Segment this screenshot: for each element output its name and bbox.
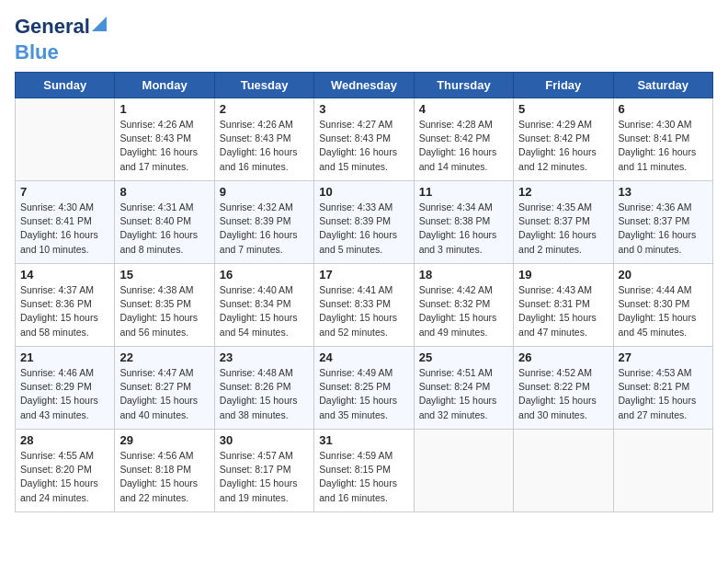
day-info: Sunrise: 4:55 AM Sunset: 8:20 PM Dayligh… [20, 449, 109, 505]
day-cell: 6Sunrise: 4:30 AM Sunset: 8:41 PM Daylig… [613, 98, 712, 181]
day-cell: 18Sunrise: 4:42 AM Sunset: 8:32 PM Dayli… [414, 264, 513, 347]
col-header-tuesday: Tuesday [214, 73, 313, 98]
day-number: 13 [619, 185, 708, 199]
logo-general: General [15, 15, 90, 38]
day-info: Sunrise: 4:27 AM Sunset: 8:43 PM Dayligh… [319, 118, 408, 174]
day-info: Sunrise: 4:38 AM Sunset: 8:35 PM Dayligh… [119, 283, 209, 339]
week-row-3: 14Sunrise: 4:37 AM Sunset: 8:36 PM Dayli… [16, 264, 713, 347]
logo: General Blue [15, 15, 90, 64]
day-cell: 4Sunrise: 4:28 AM Sunset: 8:42 PM Daylig… [414, 98, 513, 181]
day-cell: 24Sunrise: 4:49 AM Sunset: 8:25 PM Dayli… [314, 347, 414, 430]
day-number: 6 [619, 102, 708, 116]
day-cell: 7Sunrise: 4:30 AM Sunset: 8:41 PM Daylig… [16, 181, 115, 264]
day-info: Sunrise: 4:47 AM Sunset: 8:27 PM Dayligh… [119, 366, 209, 422]
day-cell: 20Sunrise: 4:44 AM Sunset: 8:30 PM Dayli… [613, 264, 712, 347]
day-cell: 1Sunrise: 4:26 AM Sunset: 8:43 PM Daylig… [115, 98, 214, 181]
day-cell: 15Sunrise: 4:38 AM Sunset: 8:35 PM Dayli… [115, 264, 214, 347]
day-info: Sunrise: 4:49 AM Sunset: 8:25 PM Dayligh… [319, 366, 408, 422]
day-number: 14 [20, 268, 109, 282]
day-info: Sunrise: 4:40 AM Sunset: 8:34 PM Dayligh… [220, 283, 309, 339]
day-number: 12 [518, 185, 608, 199]
day-info: Sunrise: 4:32 AM Sunset: 8:39 PM Dayligh… [220, 201, 309, 257]
header: General Blue [15, 15, 713, 64]
day-cell: 11Sunrise: 4:34 AM Sunset: 8:38 PM Dayli… [414, 181, 513, 264]
day-number: 15 [119, 268, 209, 282]
day-cell: 3Sunrise: 4:27 AM Sunset: 8:43 PM Daylig… [314, 98, 414, 181]
day-number: 31 [319, 433, 408, 447]
day-info: Sunrise: 4:26 AM Sunset: 8:43 PM Dayligh… [220, 118, 309, 174]
day-info: Sunrise: 4:44 AM Sunset: 8:30 PM Dayligh… [619, 283, 708, 339]
day-cell: 9Sunrise: 4:32 AM Sunset: 8:39 PM Daylig… [214, 181, 313, 264]
day-info: Sunrise: 4:48 AM Sunset: 8:26 PM Dayligh… [220, 366, 309, 422]
week-row-1: 1Sunrise: 4:26 AM Sunset: 8:43 PM Daylig… [16, 98, 713, 181]
day-info: Sunrise: 4:37 AM Sunset: 8:36 PM Dayligh… [20, 283, 109, 339]
day-info: Sunrise: 4:52 AM Sunset: 8:22 PM Dayligh… [518, 366, 608, 422]
day-number: 24 [319, 350, 408, 364]
day-cell: 17Sunrise: 4:41 AM Sunset: 8:33 PM Dayli… [314, 264, 414, 347]
day-number: 27 [619, 350, 708, 364]
day-cell: 5Sunrise: 4:29 AM Sunset: 8:42 PM Daylig… [514, 98, 613, 181]
day-number: 28 [20, 433, 109, 447]
day-info: Sunrise: 4:43 AM Sunset: 8:31 PM Dayligh… [518, 283, 608, 339]
col-header-thursday: Thursday [414, 73, 513, 98]
day-cell: 12Sunrise: 4:35 AM Sunset: 8:37 PM Dayli… [514, 181, 613, 264]
day-number: 9 [220, 185, 309, 199]
day-number: 7 [20, 185, 109, 199]
day-cell [613, 430, 712, 512]
day-info: Sunrise: 4:30 AM Sunset: 8:41 PM Dayligh… [619, 118, 708, 174]
col-header-sunday: Sunday [16, 73, 115, 98]
day-cell: 19Sunrise: 4:43 AM Sunset: 8:31 PM Dayli… [514, 264, 613, 347]
day-info: Sunrise: 4:35 AM Sunset: 8:37 PM Dayligh… [518, 201, 608, 257]
day-cell: 30Sunrise: 4:57 AM Sunset: 8:17 PM Dayli… [214, 430, 313, 512]
day-cell: 21Sunrise: 4:46 AM Sunset: 8:29 PM Dayli… [16, 347, 115, 430]
day-cell: 26Sunrise: 4:52 AM Sunset: 8:22 PM Dayli… [514, 347, 613, 430]
header-row: SundayMondayTuesdayWednesdayThursdayFrid… [16, 73, 713, 98]
day-info: Sunrise: 4:41 AM Sunset: 8:33 PM Dayligh… [319, 283, 408, 339]
day-number: 25 [419, 350, 508, 364]
day-number: 23 [220, 350, 309, 364]
day-number: 18 [419, 268, 508, 282]
day-info: Sunrise: 4:29 AM Sunset: 8:42 PM Dayligh… [518, 118, 608, 174]
day-number: 21 [20, 350, 109, 364]
day-cell: 28Sunrise: 4:55 AM Sunset: 8:20 PM Dayli… [16, 430, 115, 512]
day-number: 30 [220, 433, 309, 447]
day-cell [514, 430, 613, 512]
day-info: Sunrise: 4:31 AM Sunset: 8:40 PM Dayligh… [119, 201, 209, 257]
day-info: Sunrise: 4:36 AM Sunset: 8:37 PM Dayligh… [619, 201, 708, 257]
day-number: 5 [518, 102, 608, 116]
col-header-friday: Friday [514, 73, 613, 98]
week-row-2: 7Sunrise: 4:30 AM Sunset: 8:41 PM Daylig… [16, 181, 713, 264]
calendar-header: SundayMondayTuesdayWednesdayThursdayFrid… [16, 73, 713, 98]
day-number: 20 [619, 268, 708, 282]
col-header-wednesday: Wednesday [314, 73, 414, 98]
day-info: Sunrise: 4:28 AM Sunset: 8:42 PM Dayligh… [419, 118, 508, 174]
week-row-4: 21Sunrise: 4:46 AM Sunset: 8:29 PM Dayli… [16, 347, 713, 430]
day-info: Sunrise: 4:33 AM Sunset: 8:39 PM Dayligh… [319, 201, 408, 257]
day-number: 29 [119, 433, 209, 447]
day-number: 8 [119, 185, 209, 199]
day-info: Sunrise: 4:53 AM Sunset: 8:21 PM Dayligh… [619, 366, 708, 422]
week-row-5: 28Sunrise: 4:55 AM Sunset: 8:20 PM Dayli… [16, 430, 713, 512]
day-cell: 14Sunrise: 4:37 AM Sunset: 8:36 PM Dayli… [16, 264, 115, 347]
day-number: 17 [319, 268, 408, 282]
day-number: 16 [220, 268, 309, 282]
logo-blue: Blue [15, 40, 59, 64]
day-cell: 23Sunrise: 4:48 AM Sunset: 8:26 PM Dayli… [214, 347, 313, 430]
calendar-body: 1Sunrise: 4:26 AM Sunset: 8:43 PM Daylig… [16, 98, 713, 512]
day-info: Sunrise: 4:56 AM Sunset: 8:18 PM Dayligh… [119, 449, 209, 505]
calendar: SundayMondayTuesdayWednesdayThursdayFrid… [15, 72, 713, 512]
day-number: 22 [119, 350, 209, 364]
day-cell: 29Sunrise: 4:56 AM Sunset: 8:18 PM Dayli… [115, 430, 214, 512]
day-cell: 2Sunrise: 4:26 AM Sunset: 8:43 PM Daylig… [214, 98, 313, 181]
day-cell: 22Sunrise: 4:47 AM Sunset: 8:27 PM Dayli… [115, 347, 214, 430]
day-number: 4 [419, 102, 508, 116]
day-cell [414, 430, 513, 512]
col-header-monday: Monday [115, 73, 214, 98]
day-info: Sunrise: 4:26 AM Sunset: 8:43 PM Dayligh… [119, 118, 209, 174]
day-number: 2 [220, 102, 309, 116]
day-number: 11 [419, 185, 508, 199]
day-cell [16, 98, 115, 181]
day-number: 19 [518, 268, 608, 282]
day-info: Sunrise: 4:30 AM Sunset: 8:41 PM Dayligh… [20, 201, 109, 257]
day-info: Sunrise: 4:34 AM Sunset: 8:38 PM Dayligh… [419, 201, 508, 257]
